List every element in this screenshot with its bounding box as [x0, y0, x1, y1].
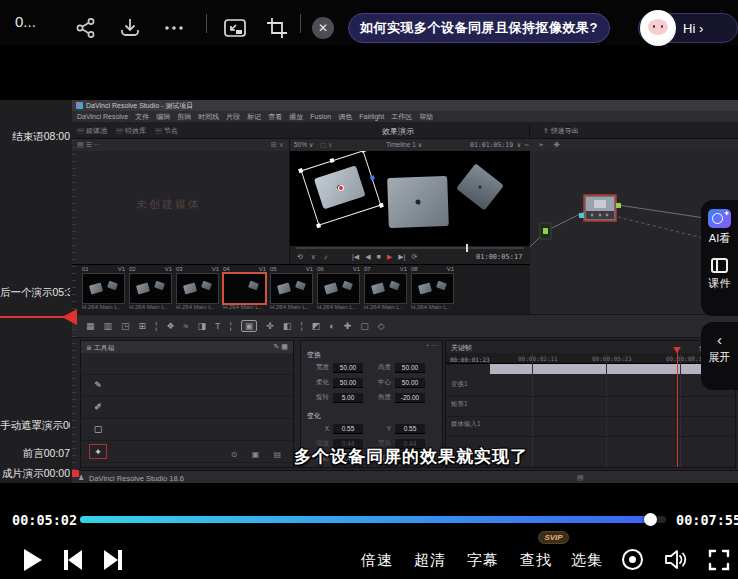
- fusion-tool-icon: ◧: [283, 321, 292, 331]
- menu-item: 编辑: [156, 112, 170, 122]
- crop-icon[interactable]: [264, 15, 290, 41]
- play-icon: ▶: [387, 253, 392, 261]
- close-icon[interactable]: ✕: [312, 17, 334, 39]
- fusion-tool-icon: ¦: [229, 321, 231, 331]
- download-icon[interactable]: [118, 16, 142, 40]
- media-pool-view-icons: ▤ ☰ ⋯: [77, 141, 101, 149]
- courseware-label[interactable]: 课件: [709, 276, 731, 291]
- toolbox-row: ▢: [81, 419, 293, 441]
- toolbox-row-icon: ✐: [89, 400, 107, 415]
- param-label: 柔化: [305, 378, 329, 387]
- share-icon[interactable]: [74, 16, 98, 40]
- ruler-tick-label: 00:00:05:23: [592, 355, 632, 362]
- node-editor-toolbar: ➢ ✥: [530, 139, 738, 151]
- fullscreen-icon[interactable]: [708, 549, 730, 571]
- ruler-tick-label: 00:00:02:11: [518, 355, 558, 362]
- video-surface[interactable]: 结束语08:00后一个演示05:39手动遮罩演示00:19前言00:07成片演示…: [0, 45, 738, 505]
- rotate-handle: [370, 175, 375, 180]
- picture-in-picture-icon[interactable]: [222, 15, 248, 41]
- clip-track: V1: [400, 266, 407, 273]
- total-time: 00:07:55: [676, 512, 738, 528]
- ai-view-label[interactable]: AI看: [709, 231, 730, 246]
- subtitles-button[interactable]: 字幕: [467, 551, 499, 570]
- status-bar: ♟ DaVinci Resolve Studio 18.6 ▤: [72, 470, 738, 483]
- menu-item: 帮助: [419, 112, 433, 122]
- chapter-marker[interactable]: 前言00:07: [0, 447, 70, 461]
- selected-laptop-transform: [301, 151, 382, 226]
- chapter-marker[interactable]: 后一个演示05:39: [0, 286, 70, 300]
- toolbox-panel: ≣ 工具箱 ✎ ▦ ✎ ✐: [80, 340, 294, 468]
- clip-track: V1: [212, 266, 219, 273]
- param-value: 5.00: [333, 393, 363, 403]
- side-panel-expand[interactable]: ‹ 展开: [701, 322, 738, 390]
- previous-episode-button[interactable]: [64, 550, 82, 570]
- clip-thumbnail: [270, 273, 313, 304]
- clip-track: V1: [353, 266, 360, 273]
- menu-item: 标记: [247, 112, 261, 122]
- episodes-button[interactable]: 选集: [571, 551, 603, 570]
- find-button[interactable]: 查找: [520, 551, 552, 570]
- clip-codec-caption: H.264 Main L..: [411, 304, 454, 312]
- clip-cell: 05V1 H.264 Main L..: [268, 265, 315, 314]
- toolbox-row-icon: ▢: [89, 422, 107, 437]
- menu-item: 查看: [268, 112, 282, 122]
- progress-knob[interactable]: [644, 513, 657, 526]
- expand-label: 展开: [709, 350, 731, 365]
- clip-number: 07: [364, 266, 371, 273]
- play-button[interactable]: [24, 549, 42, 571]
- header-button: 特效库: [116, 126, 146, 136]
- fusion-tool-icon: ▢: [360, 321, 369, 331]
- ai-question-button[interactable]: 如何实现多个设备同屏且保持抠像效果?: [348, 13, 610, 43]
- vertical-ruler: [72, 140, 76, 470]
- clip-codec-caption: H.264 Main L..: [270, 304, 313, 312]
- param-value: 50.00: [395, 378, 425, 388]
- menu-item: 文件: [135, 112, 149, 122]
- progress-bar[interactable]: [80, 516, 666, 523]
- clip-cell: 02V1 H.264 Main L..: [127, 265, 174, 314]
- playback-speed-button[interactable]: 倍速: [361, 551, 393, 570]
- fusion-tool-icon: T: [215, 321, 221, 331]
- inspector-row: X0.55 Y0.55: [301, 421, 442, 436]
- toolbox-row: ✎: [81, 375, 293, 397]
- viewer-toolbar: 50% ∨ ▢ ∨ Timeline 1 ∨ 01:01:05:19 ∨ ⋯: [290, 139, 530, 151]
- clip-track: V1: [165, 266, 172, 273]
- fusion-tool-icon: ⊞: [139, 321, 147, 331]
- screencast-icon[interactable]: [622, 549, 643, 570]
- toolbox-header-icons: ✎ ▦: [274, 343, 288, 351]
- first-frame-icon: |◀: [352, 253, 359, 261]
- chapter-playhead-marker: [62, 309, 77, 325]
- ai-view-icon[interactable]: [708, 209, 731, 228]
- chapter-marker[interactable]: 手动遮罩演示00:19: [0, 419, 70, 433]
- clip-number: 02: [129, 266, 136, 273]
- player-app: 0... ✕ 如何实现多个设备同屏且保持抠像效果? Hi ›: [0, 0, 738, 579]
- clip-number: 04: [223, 266, 230, 273]
- media-pool-toolbar: ▤ ☰ ⋯ ⊞ ∨: [72, 139, 289, 151]
- more-options-icon[interactable]: [162, 16, 186, 40]
- chapter-marker[interactable]: 成片演示00:00: [0, 467, 70, 481]
- fusion-tool-icon: ≈: [184, 321, 189, 331]
- clip-number: 06: [317, 266, 324, 273]
- next-episode-button[interactable]: [104, 550, 122, 570]
- volume-icon[interactable]: [663, 548, 689, 571]
- param-label: 宽度: [305, 363, 329, 372]
- ai-avatar: [640, 10, 676, 46]
- toolbox-row: ✐: [81, 397, 293, 419]
- menu-bar: DaVinci Resolve文件编辑剪辑时间线片段标记查看播放Fusion调色…: [72, 111, 738, 122]
- top-toolbar: 0... ✕ 如何实现多个设备同屏且保持抠像效果? Hi ›: [0, 0, 738, 45]
- chapter-marker[interactable]: 结束语08:00: [0, 130, 70, 144]
- clip-number: 08: [411, 266, 418, 273]
- toolbox-header: ≣ 工具箱 ✎ ▦: [81, 341, 293, 353]
- clip-strip: 01V1 H.264 Main L.. 02V1 H.264 Main L.. …: [72, 264, 530, 314]
- param-value: 50.00: [395, 363, 425, 373]
- viewer-option-select: ▢ ∨: [320, 141, 333, 149]
- courseware-icon[interactable]: [711, 258, 728, 273]
- param-label: 高度: [367, 363, 391, 372]
- param-value: 50.00: [333, 378, 363, 388]
- ruler-tick-label: 00:00:08:11: [666, 355, 706, 362]
- viewer-panel: 50% ∨ ▢ ∨ Timeline 1 ∨ 01:01:05:19 ∨ ⋯: [290, 139, 530, 264]
- timeline-playhead: [677, 351, 678, 468]
- clip-cell: 04V1 H.264 Main L..: [221, 265, 268, 314]
- viewer-transport-buttons: |◀◀■▶▶|⟳: [352, 253, 417, 261]
- ai-assistant-button[interactable]: Hi ›: [638, 13, 738, 43]
- quality-button[interactable]: 超清: [414, 551, 446, 570]
